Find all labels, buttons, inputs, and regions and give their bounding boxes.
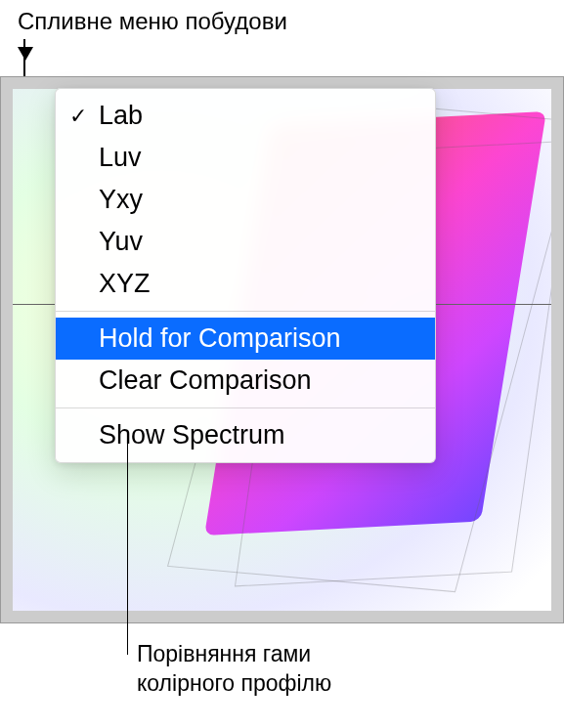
menu-item-lab[interactable]: ✓ Lab xyxy=(56,95,435,137)
menu-item-label: Clear Comparison xyxy=(99,365,312,396)
menu-separator xyxy=(56,311,435,312)
menu-item-label: Lab xyxy=(99,101,143,131)
annotation-bottom-line1: Порівняння гами xyxy=(137,640,331,669)
checkmark-icon: ✓ xyxy=(69,104,87,129)
menu-item-clear-comparison[interactable]: Clear Comparison xyxy=(56,360,435,402)
menu-item-label: Yuv xyxy=(99,227,143,257)
menu-item-label: Luv xyxy=(99,143,142,173)
annotation-callout-line xyxy=(127,440,128,655)
menu-item-xyz[interactable]: XYZ xyxy=(56,263,435,305)
menu-separator xyxy=(56,407,435,408)
menu-item-yuv[interactable]: Yuv xyxy=(56,221,435,263)
annotation-arrow-icon xyxy=(18,47,33,61)
menu-item-show-spectrum[interactable]: Show Spectrum xyxy=(56,414,435,456)
annotation-bottom-label: Порівняння гами колірного профілю xyxy=(137,640,331,699)
menu-item-label: Hold for Comparison xyxy=(99,323,341,354)
menu-item-label: XYZ xyxy=(99,269,151,299)
annotation-bottom-line2: колірного профілю xyxy=(137,669,331,699)
menu-item-luv[interactable]: Luv xyxy=(56,137,435,179)
menu-item-yxy[interactable]: Yxy xyxy=(56,179,435,221)
menu-item-label: Yxy xyxy=(99,185,143,215)
menu-item-hold-comparison[interactable]: Hold for Comparison xyxy=(56,318,435,360)
plot-popup-menu[interactable]: ✓ Lab Luv Yxy Yuv XYZ Hold for Compariso… xyxy=(55,88,436,463)
annotation-top-label: Спливне меню побудови xyxy=(18,8,287,35)
